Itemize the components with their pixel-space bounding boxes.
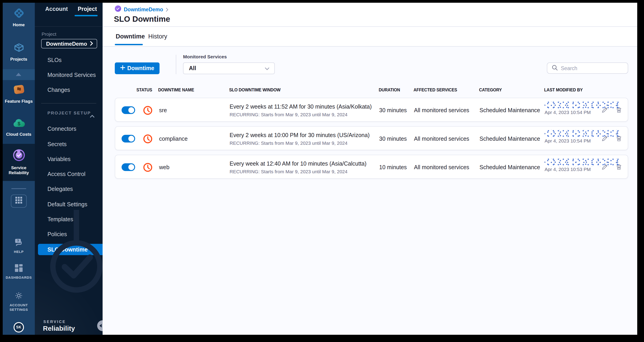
screen: Home Projects (0, 0, 644, 342)
svg-text:?: ? (17, 239, 19, 243)
downtime-window: Every 2 weeks at 10:00 PM for 30 minutes… (230, 131, 379, 146)
recurring-clock-icon (143, 162, 153, 172)
page-header (102, 3, 637, 27)
active-tab-underline (115, 44, 143, 45)
status-toggle[interactable] (122, 106, 135, 114)
affected-services: All monitored services (414, 164, 480, 170)
downtime-name: web (159, 164, 230, 170)
chevron-up-icon[interactable] (90, 111, 94, 119)
recurring-clock-icon (143, 105, 153, 115)
duration: 10 minutes (379, 164, 414, 170)
page-title: SLO Downtime (114, 15, 170, 24)
last-modified-time: Apr 4, 2023 10:54 PM (544, 138, 591, 143)
user-avatar[interactable]: SK (14, 322, 24, 332)
breadcrumb: DowntimeDemo (115, 6, 168, 13)
sidebar-item-templates[interactable]: Templates (35, 214, 102, 225)
sidebar-tab-project[interactable]: Project (78, 6, 97, 12)
rail-item-dashboards[interactable]: DASHBOARDS (3, 264, 35, 280)
category: Scheduled Maintenance (480, 136, 544, 142)
downtime-name: compliance (159, 136, 230, 142)
downtime-name: sre (159, 107, 230, 113)
rail-divider (11, 188, 26, 189)
rail-item-help[interactable]: ? HELP (3, 238, 35, 254)
rail-item-label: Feature Flags (5, 99, 33, 104)
affected-services: All monitored services (414, 136, 480, 142)
monitored-services-filter[interactable]: All (183, 63, 275, 74)
rail-item-home[interactable]: Home (3, 7, 35, 27)
sidebar-item-monitored-services[interactable]: Monitored Services (35, 70, 102, 81)
chevron-right-icon (90, 41, 93, 47)
project-name: DowntimeDemo (46, 41, 87, 47)
rail-item-label: ACCOUNTSETTINGS (10, 303, 28, 312)
rail-item-projects[interactable]: Projects (3, 42, 35, 62)
sidebar-item-secrets[interactable]: Secrets (35, 139, 102, 150)
search-box (547, 63, 628, 74)
project-setup-section-label[interactable]: PROJECT SETUP (48, 110, 91, 115)
breadcrumb-project-link[interactable]: DowntimeDemo (124, 7, 163, 12)
search-input[interactable] (561, 65, 620, 71)
last-modified-cell: Apr 4, 2023 10:53 PM (544, 155, 628, 179)
redacted-user-name (544, 130, 620, 138)
rail-item-feature-flags[interactable]: Feature Flags (3, 83, 35, 104)
tab-history[interactable]: History (148, 33, 167, 40)
filter-value: All (189, 65, 196, 72)
feature-flags-icon (12, 83, 25, 97)
sidebar-item-slos[interactable]: SLOs (35, 55, 102, 66)
tab-downtime[interactable]: Downtime (116, 33, 145, 40)
app-window: Home Projects (3, 3, 637, 335)
rail-item-cloud-costs[interactable]: $ Cloud Costs (3, 118, 35, 137)
col-last-modified-by: LAST MODIFIED BY (544, 87, 622, 92)
col-status: STATUS (115, 87, 155, 92)
downtime-window: Every week at 12:40 AM for 10 minutes (A… (230, 160, 379, 174)
tab-bar (102, 27, 637, 47)
table-row: web Every week at 12:40 AM for 10 minute… (115, 155, 628, 179)
rail-item-label: Cloud Costs (6, 132, 32, 137)
col-category: CATEGORY (479, 87, 539, 92)
apps-grid-button[interactable] (11, 195, 27, 208)
sidebar-collapse-handle[interactable] (97, 320, 102, 331)
chevron-right-icon (166, 6, 168, 14)
rail-item-account-settings[interactable]: ACCOUNTSETTINGS (3, 291, 35, 312)
sidebar-item-delegates[interactable]: Delegates (35, 184, 102, 195)
toolbar-divider (176, 55, 176, 74)
rail-item-label: DASHBOARDS (6, 275, 32, 280)
status-toggle[interactable] (122, 135, 135, 143)
affected-services: All monitored services (414, 107, 480, 113)
projects-icon (13, 42, 25, 55)
sidebar-tab-underline (74, 15, 98, 16)
sidebar-item-slo-downtime-active[interactable]: SLO Downtime (38, 244, 102, 255)
sidebar-footer-title: Reliability (43, 324, 75, 332)
sidebar-section-divider (41, 103, 96, 104)
rail-collapse-arrow-icon[interactable] (16, 73, 21, 76)
project-selector[interactable]: DowntimeDemo (41, 39, 97, 48)
duration: 30 minutes (379, 136, 414, 142)
sidebar-item-policies[interactable]: Policies (35, 229, 102, 240)
project-sidebar: Account Project Project DowntimeDemo SLO… (35, 3, 102, 335)
collapse-left-icon (99, 324, 102, 327)
plus-icon (120, 65, 125, 72)
col-slo-downtime-window: SLO DOWNTIME WINDOW (229, 87, 367, 92)
service-reliability-icon (12, 148, 26, 164)
status-toggle[interactable] (122, 163, 135, 171)
sidebar-item-changes[interactable]: Changes (35, 85, 102, 96)
cloud-costs-icon: $ (12, 118, 26, 130)
reliability-watermark (35, 210, 102, 318)
redacted-user-name (544, 158, 620, 166)
last-modified-cell: Apr 4, 2023 10:54 PM (544, 127, 628, 151)
last-modified-time: Apr 4, 2023 10:54 PM (544, 110, 591, 115)
sidebar-divider (35, 26, 102, 27)
rail-item-service-reliability[interactable]: ServiceReliability (3, 148, 35, 175)
sidebar-item-access-control[interactable]: Access Control (35, 169, 102, 180)
rail-item-label: Home (13, 22, 25, 27)
sidebar-tab-account[interactable]: Account (45, 6, 68, 12)
redacted-user-name (544, 101, 620, 110)
project-selector-label: Project (42, 31, 56, 37)
table-header: STATUS DOWNTIME NAME SLO DOWNTIME WINDOW… (115, 86, 628, 94)
sidebar-item-connectors[interactable]: Connectors (35, 124, 102, 134)
downtime-window: Every 2 weeks at 11:52 AM for 30 minutes… (230, 103, 379, 117)
duration: 30 minutes (379, 107, 414, 113)
gear-icon (14, 291, 23, 302)
sidebar-item-default-settings[interactable]: Default Settings (35, 199, 102, 210)
sidebar-item-variables[interactable]: Variables (35, 154, 102, 165)
new-downtime-button[interactable]: Downtime (115, 63, 160, 74)
